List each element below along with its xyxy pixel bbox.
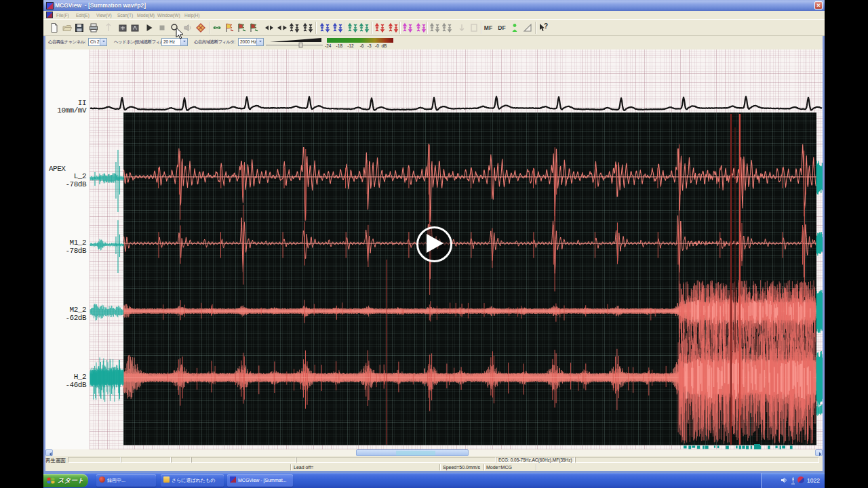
svg-text:?: ? <box>544 22 548 30</box>
